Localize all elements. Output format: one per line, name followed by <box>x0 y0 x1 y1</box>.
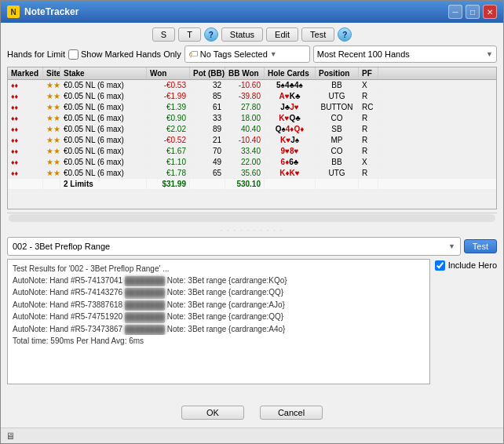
total-cell-holecards <box>265 179 316 189</box>
close-button[interactable]: ✕ <box>483 5 497 19</box>
results-line-6: Total time: 590ms Per Hand Avg: 6ms <box>13 335 425 347</box>
results-line-2: AutoNote: Hand #R5-74143276 ████████ Not… <box>13 286 425 299</box>
cell-marked: ♦♦ <box>8 91 43 101</box>
cell-bbwon: -10.40 <box>225 135 265 145</box>
main-window: N NoteTracker ─ □ ✕ S T ? Status Edit Te… <box>0 0 504 444</box>
cell-site: ★★ <box>43 168 60 178</box>
cell-won: -€0.53 <box>147 80 190 90</box>
cell-bbwon: 33.40 <box>225 146 265 156</box>
col-header-bbwon: BB Won <box>225 67 265 79</box>
help-icon-left[interactable]: ? <box>204 27 218 42</box>
total-cell-pf <box>359 179 378 189</box>
most-recent-dropdown[interactable]: Most Recent 100 Hands ▼ <box>313 45 497 63</box>
cell-site: ★★ <box>43 157 60 167</box>
include-hero-label[interactable]: Include Hero <box>435 260 497 271</box>
cell-bbwon: 40.40 <box>225 124 265 134</box>
cell-marked: ♦♦ <box>8 113 43 123</box>
test-button-top[interactable]: Test <box>301 27 334 42</box>
results-line-1: AutoNote: Hand #R5-74137041 ████████ Not… <box>13 275 425 287</box>
cell-holecards: K♥J♠ <box>265 135 316 145</box>
minimize-button[interactable]: ─ <box>448 5 462 19</box>
show-marked-label: Show Marked Hands Only <box>81 49 181 59</box>
cell-pf: R <box>359 146 378 156</box>
t-button[interactable]: T <box>178 27 201 42</box>
cell-won: -€1.99 <box>147 91 190 101</box>
table-row[interactable]: ♦♦ ★★ €0.05 NL (6 max) €1.10 49 22.00 6♦… <box>8 157 496 168</box>
cell-holecards: J♣J♥ <box>265 102 316 112</box>
table-row[interactable]: ♦♦ ★★ €0.05 NL (6 max) €1.67 70 33.40 9♥… <box>8 146 496 157</box>
maximize-button[interactable]: □ <box>466 5 480 19</box>
cell-position: CO <box>316 146 359 156</box>
ok-button[interactable]: OK <box>181 406 244 420</box>
hscrollbar[interactable] <box>9 214 495 222</box>
s-button[interactable]: S <box>152 27 175 42</box>
window-title: NoteTracker <box>24 6 79 17</box>
filter-row: Hands for Limit Show Marked Hands Only 🏷… <box>7 45 497 64</box>
cell-position: BUTTON <box>316 102 359 112</box>
table-row[interactable]: ♦♦ ★★ €0.05 NL (6 max) -€0.52 21 -10.40 … <box>8 135 496 146</box>
col-header-marked: Marked <box>8 67 43 79</box>
table-row[interactable]: ♦♦ ★★ €0.05 NL (6 max) €2.02 89 40.40 Q♠… <box>8 124 496 135</box>
cell-pf: X <box>359 80 378 90</box>
cell-marked: ♦♦ <box>8 80 43 90</box>
cell-position: MP <box>316 135 359 145</box>
cell-bbwon: 22.00 <box>225 157 265 167</box>
test-button[interactable]: Test <box>464 239 497 253</box>
main-content: S T ? Status Edit Test ? Hands for Limit… <box>1 23 503 428</box>
tags-dropdown[interactable]: 🏷 No Tags Selected ▼ <box>184 45 310 63</box>
cell-stake: €0.05 NL (6 max) <box>60 146 147 156</box>
col-header-site: Site <box>43 67 60 79</box>
titlebar-left: N NoteTracker <box>7 5 79 18</box>
cell-won: €1.39 <box>147 102 190 112</box>
cell-site: ★★ <box>43 146 60 156</box>
cell-pf: RC <box>359 102 378 112</box>
cell-stake: €0.05 NL (6 max) <box>60 80 147 90</box>
cell-holecards: K♥Q♣ <box>265 113 316 123</box>
table-row[interactable]: ♦♦ ★★ €0.05 NL (6 max) €1.78 65 35.60 K♦… <box>8 168 496 179</box>
table-body: ♦♦ ★★ €0.05 NL (6 max) -€0.53 32 -10.60 … <box>8 80 496 209</box>
table-row[interactable]: ♦♦ ★★ €0.05 NL (6 max) -€0.53 32 -10.60 … <box>8 80 496 91</box>
cell-pf: R <box>359 91 378 101</box>
cell-site: ★★ <box>43 113 60 123</box>
cell-stake: €0.05 NL (6 max) <box>60 168 147 178</box>
status-button[interactable]: Status <box>221 27 263 42</box>
total-cell-position <box>316 179 359 189</box>
cell-holecards: A♥K♣ <box>265 91 316 101</box>
cell-pot: 65 <box>190 168 225 178</box>
cell-won: -€0.52 <box>147 135 190 145</box>
cell-pf: R <box>359 113 378 123</box>
show-marked-checkbox-label[interactable]: Show Marked Hands Only <box>68 49 181 60</box>
cancel-button[interactable]: Cancel <box>260 406 323 420</box>
tag-icon: 🏷 <box>188 49 198 60</box>
cell-holecards: Q♠4♦Q♦ <box>265 124 316 134</box>
table-row[interactable]: ♦♦ ★★ €0.05 NL (6 max) -€1.99 85 -39.80 … <box>8 91 496 102</box>
cell-bbwon: 18.00 <box>225 113 265 123</box>
help-icon-right[interactable]: ? <box>338 27 352 42</box>
test-range-dropdown[interactable]: 002 - 3Bet Preflop Range ▼ <box>7 237 461 256</box>
total-cell-stake: 2 Limits <box>60 179 147 189</box>
most-recent-label: Most Recent 100 Hands <box>317 49 410 59</box>
cell-position: UTG <box>316 91 359 101</box>
edit-button[interactable]: Edit <box>266 27 298 42</box>
total-cell-pot <box>190 179 225 189</box>
titlebar: N NoteTracker ─ □ ✕ <box>1 1 503 23</box>
cell-stake: €0.05 NL (6 max) <box>60 102 147 112</box>
app-icon: N <box>7 5 20 18</box>
include-hero-checkbox[interactable] <box>435 260 445 271</box>
test-dropdown-row: 002 - 3Bet Preflop Range ▼ Test <box>7 237 497 256</box>
table-row[interactable]: ♦♦ ★★ €0.05 NL (6 max) €0.90 33 18.00 K♥… <box>8 113 496 124</box>
cell-marked: ♦♦ <box>8 135 43 145</box>
cell-site: ★★ <box>43 80 60 90</box>
cell-holecards: 9♥8♥ <box>265 146 316 156</box>
hands-for-limit-label: Hands for Limit <box>7 49 65 59</box>
monitor-icon: 🖥 <box>5 431 15 442</box>
test-results-area: Test Results for '002 - 3Bet Preflop Ran… <box>7 259 430 384</box>
cell-marked: ♦♦ <box>8 124 43 134</box>
cell-holecards: K♦K♥ <box>265 168 316 178</box>
table-row[interactable]: ♦♦ ★★ €0.05 NL (6 max) €1.39 61 27.80 J♣… <box>8 102 496 113</box>
cell-pot: 33 <box>190 113 225 123</box>
cell-pf: R <box>359 135 378 145</box>
show-marked-checkbox[interactable] <box>68 49 79 60</box>
toolbar: S T ? Status Edit Test ? <box>7 27 497 42</box>
cell-marked: ♦♦ <box>8 168 43 178</box>
